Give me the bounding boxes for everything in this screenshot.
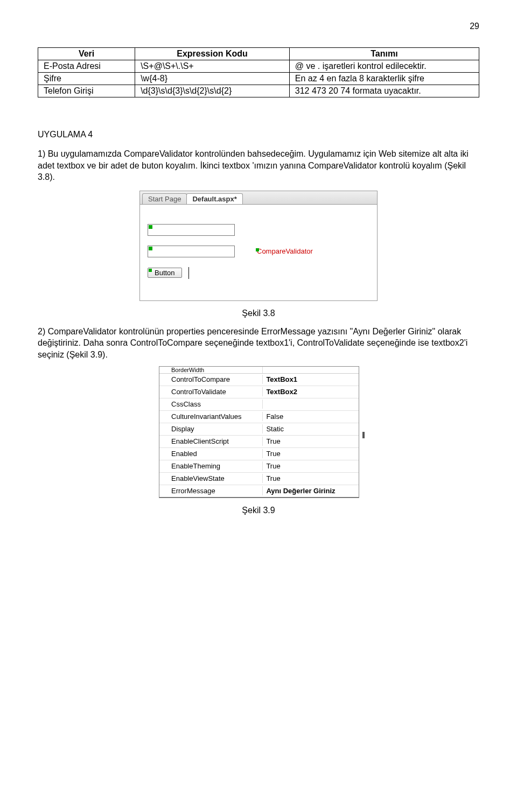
textbox2[interactable]	[148, 246, 235, 257]
property-row[interactable]: Display Static	[159, 423, 359, 436]
property-row[interactable]: CssClass	[159, 398, 359, 411]
property-name: Display	[159, 424, 263, 433]
cell-kodu: \d{3}\s\d{3}\s\d{2}\s\d{2}	[135, 85, 290, 97]
property-row[interactable]: ErrorMessage Aynı Değerler Giriniz	[159, 485, 359, 498]
property-value[interactable]: Static	[263, 424, 359, 433]
tab-start-page[interactable]: Start Page	[142, 193, 187, 204]
property-row-clipped: BorderWidth	[159, 367, 359, 374]
property-value	[263, 369, 359, 370]
cell-veri: Şifre	[38, 73, 135, 85]
page-number: 29	[38, 22, 479, 31]
section-heading: UYGULAMA 4	[38, 130, 479, 139]
table-row: Şifre \w{4-8} En az 4 en fazla 8 karakte…	[38, 73, 479, 85]
property-name: ErrorMessage	[159, 486, 263, 495]
property-row[interactable]: ControlToCompare TextBox1	[159, 374, 359, 386]
table-row: Telefon Girişi \d{3}\s\d{3}\s\d{2}\s\d{2…	[38, 85, 479, 97]
control-glyph-icon	[149, 247, 152, 250]
figure-caption-1: Şekil 3.8	[38, 309, 479, 318]
cell-veri: Telefon Girişi	[38, 85, 135, 97]
property-value[interactable]: True	[263, 437, 359, 446]
design-surface: CompareValidator Button	[140, 205, 377, 300]
text-cursor-icon	[188, 267, 189, 279]
table-header-kodu: Expression Kodu	[135, 48, 290, 60]
control-glyph-icon	[149, 225, 152, 229]
button-control[interactable]: Button	[148, 268, 182, 278]
property-row[interactable]: ControlToValidate TextBox2	[159, 386, 359, 398]
figure-caption-2: Şekil 3.9	[38, 506, 479, 515]
cell-kodu: \S+@\S+\.\S+	[135, 60, 290, 73]
tab-default-aspx[interactable]: Default.aspx*	[186, 193, 242, 204]
property-name: EnableTheming	[159, 461, 263, 471]
table-row: E-Posta Adresi \S+@\S+\.\S+ @ ve . işare…	[38, 60, 479, 73]
tab-bar: Start Page Default.aspx*	[140, 191, 377, 205]
property-row[interactable]: EnableClientScript True	[159, 436, 359, 448]
property-name: EnableViewState	[159, 474, 263, 483]
property-name: ControlToCompare	[159, 375, 263, 384]
property-row[interactable]: Enabled True	[159, 448, 359, 460]
cell-veri: E-Posta Adresi	[38, 60, 135, 73]
property-name: CultureInvariantValues	[159, 412, 263, 421]
table-header-veri: Veri	[38, 48, 135, 60]
property-value[interactable]: False	[263, 412, 359, 421]
property-value[interactable]: TextBox1	[263, 375, 359, 384]
compare-validator-control[interactable]: CompareValidator	[256, 247, 313, 256]
property-value[interactable]: Aynı Değerler Giriniz	[263, 486, 359, 495]
property-row[interactable]: EnableViewState True	[159, 473, 359, 485]
property-name: Enabled	[159, 449, 263, 458]
cell-tanimi: @ ve . işaretleri kontrol edilecektir.	[289, 60, 479, 73]
property-value[interactable]: True	[263, 461, 359, 471]
property-row[interactable]: CultureInvariantValues False	[159, 411, 359, 423]
expression-table: Veri Expression Kodu Tanımı E-Posta Adre…	[38, 47, 479, 97]
property-row[interactable]: EnableTheming True	[159, 460, 359, 473]
property-value[interactable]	[263, 404, 359, 405]
textbox1[interactable]	[148, 224, 235, 236]
scrollbar-thumb-icon[interactable]	[362, 432, 365, 438]
cell-kodu: \w{4-8}	[135, 73, 290, 85]
paragraph-2: 2) CompareValidator kontrolünün properti…	[38, 326, 479, 361]
cell-tanimi: 312 473 20 74 formata uyacaktır.	[289, 85, 479, 97]
designer-screenshot: Start Page Default.aspx* CompareValidato…	[139, 191, 378, 301]
property-name: EnableClientScript	[159, 437, 263, 446]
table-header-tanimi: Tanımı	[289, 48, 479, 60]
property-name: ControlToValidate	[159, 387, 263, 396]
cell-tanimi: En az 4 en fazla 8 karakterlik şifre	[289, 73, 479, 85]
property-value[interactable]: True	[263, 474, 359, 483]
property-name: CssClass	[159, 400, 263, 409]
property-name: BorderWidth	[159, 367, 263, 374]
property-value[interactable]: TextBox2	[263, 387, 359, 396]
property-value[interactable]: True	[263, 449, 359, 458]
properties-panel: BorderWidth ControlToCompare TextBox1 Co…	[159, 366, 359, 498]
paragraph-1: 1) Bu uygulamamızda CompareValidator kon…	[38, 148, 479, 183]
